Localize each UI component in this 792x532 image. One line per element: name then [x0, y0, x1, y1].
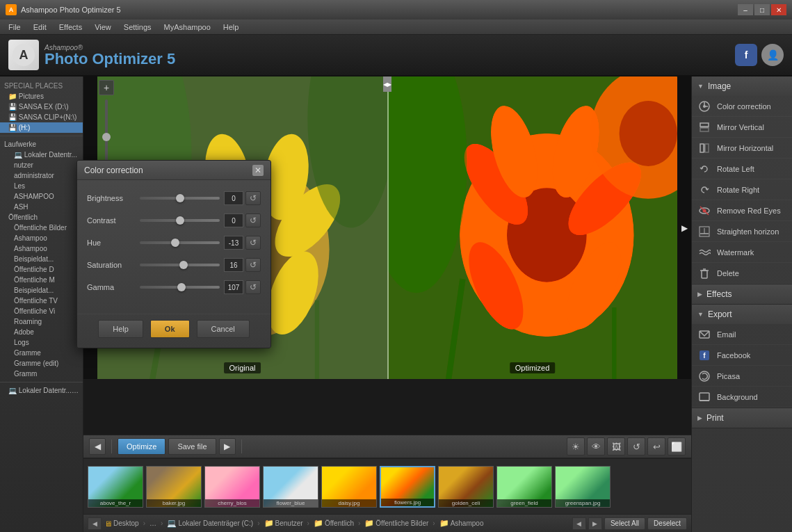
save-file-button[interactable]: Save file: [168, 438, 216, 455]
sidebar-item-adobe[interactable]: Adobe: [0, 327, 83, 337]
zoom-thumb[interactable]: [102, 133, 111, 141]
sidebar-item-offentlich[interactable]: Öffentlich: [0, 212, 83, 223]
sidebar-item-gramme-edit[interactable]: Gramme (edit): [0, 358, 83, 369]
panel-image-header[interactable]: ▼ Image: [692, 76, 792, 96]
thumb-8[interactable]: green_field: [496, 466, 552, 508]
panel-effects-header[interactable]: ▶ Effects: [692, 284, 792, 304]
contrast-thumb[interactable]: [176, 216, 184, 225]
redo-icon-btn[interactable]: ↩: [647, 437, 665, 456]
sidebar-item-d[interactable]: 💻 Lokaler Datentr...(D:): [0, 385, 83, 396]
sidebar-item-beispiel1[interactable]: Beispieldat...: [0, 254, 83, 264]
sidebar-item-sansa-clip[interactable]: 💾 SANSA CLIP+(N:\): [0, 112, 83, 122]
thumb-scroll-right[interactable]: ▶: [588, 517, 602, 530]
undo-icon-btn[interactable]: ↺: [627, 437, 645, 456]
thumb-1[interactable]: above_the_r: [88, 466, 143, 508]
close-button[interactable]: ✕: [771, 4, 786, 15]
menu-myashampoo[interactable]: MyAshampoo: [159, 22, 216, 33]
menu-edit[interactable]: Edit: [28, 22, 52, 33]
sidebar-item-nutzer[interactable]: nutzer: [0, 160, 83, 170]
sidebar-item-offentliche-bilder[interactable]: Öffentliche Bilder: [0, 223, 83, 233]
gamma-thumb[interactable]: [177, 283, 186, 291]
sidebar-item-les[interactable]: Les: [0, 181, 83, 191]
dialog-close-button[interactable]: ✕: [252, 165, 264, 176]
saturation-thumb[interactable]: [179, 261, 188, 269]
hue-reset[interactable]: ↺: [245, 236, 261, 250]
sidebar-item-laufwerke[interactable]: Laufwerke: [0, 139, 83, 150]
sidebar-item-sansa-ex[interactable]: 💾 SANSA EX (D:\): [0, 102, 83, 112]
hue-thumb[interactable]: [171, 239, 179, 247]
optimize-button[interactable]: Optimize: [118, 438, 165, 455]
split-handle[interactable]: [383, 76, 391, 92]
sidebar-item-offentliche-tv[interactable]: Öffentliche TV: [0, 296, 83, 306]
sidebar-item-ashampoo3[interactable]: Ashampoo: [0, 243, 83, 254]
breadcrumb-benutzer-label[interactable]: Benutzer: [275, 519, 303, 527]
thumb-9[interactable]: greenspan.jpg: [555, 466, 611, 508]
dialog-help-button[interactable]: Help: [98, 320, 143, 338]
menu-help[interactable]: Help: [218, 22, 245, 33]
thumb-scroll-left[interactable]: ◀: [572, 517, 586, 530]
breadcrumb-desktop-label[interactable]: Desktop: [113, 519, 139, 527]
panel-export-header[interactable]: ▼ Export: [692, 305, 792, 324]
toolbar-prev-button[interactable]: ◀: [89, 438, 106, 455]
sidebar-item-ash[interactable]: ASH: [0, 202, 83, 212]
view-icon-btn[interactable]: 👁: [587, 437, 605, 456]
sidebar-item-gramm[interactable]: Gramm: [0, 369, 83, 379]
sidebar-item-offentliche-d[interactable]: Öffentliche D: [0, 264, 83, 275]
gamma-reset[interactable]: ↺: [245, 280, 261, 294]
sidebar-item-ashampoo2[interactable]: Ashampoo: [0, 233, 83, 243]
facebook-button[interactable]: f: [735, 44, 757, 66]
saturation-reset[interactable]: ↺: [245, 258, 261, 272]
brightness-thumb[interactable]: [176, 194, 184, 202]
brightness-icon-btn[interactable]: ☀: [567, 437, 585, 456]
dialog-ok-button[interactable]: Ok: [150, 320, 190, 338]
panel-mirror-vertical[interactable]: Mirror Vertical: [692, 117, 792, 138]
sidebar-item-c[interactable]: 💻 Lokaler Datentr...: [0, 150, 83, 160]
maximize-button[interactable]: □: [754, 4, 770, 15]
thumb-2[interactable]: baker.jpg: [146, 466, 202, 508]
breadcrumb-offentliche-bilder-label[interactable]: Öffentliche Bilder: [375, 519, 428, 527]
sidebar-item-logs[interactable]: Logs: [0, 337, 83, 348]
contrast-reset[interactable]: ↺: [245, 213, 261, 227]
menu-file[interactable]: File: [3, 22, 26, 33]
nav-desktop-back[interactable]: ◀: [88, 517, 102, 530]
menu-settings[interactable]: Settings: [118, 22, 157, 33]
thumb-3[interactable]: cherry_blos: [204, 466, 260, 508]
contrast-track[interactable]: [140, 219, 220, 222]
sidebar-item-beispiel2[interactable]: Beispieldat...: [0, 285, 83, 296]
panel-facebook[interactable]: f Facebook: [692, 345, 792, 366]
thumb-6[interactable]: flowers.jpg: [380, 466, 435, 508]
sidebar-item-roaming[interactable]: Roaming: [0, 316, 83, 327]
sidebar-item-admin[interactable]: administrator: [0, 170, 83, 181]
sidebar-item-h[interactable]: 💾 (H:): [0, 122, 83, 133]
breadcrumb-desktop[interactable]: 🖥 Desktop: [104, 519, 139, 528]
user-button[interactable]: 👤: [761, 44, 784, 66]
panel-background[interactable]: Background: [692, 387, 792, 408]
minimize-button[interactable]: –: [738, 4, 753, 15]
panel-rotate-right[interactable]: Rotate Right: [692, 179, 792, 200]
breadcrumb-offentlich-label[interactable]: Öffentlich: [325, 519, 354, 527]
gamma-track[interactable]: [140, 286, 220, 289]
breadcrumb-benutzer[interactable]: 📁 Benutzer: [264, 519, 303, 528]
panel-mirror-horizontal[interactable]: Mirror Horizontal: [692, 138, 792, 159]
breadcrumb-offentliche-bilder[interactable]: 📁 Öffentliche Bilder: [364, 519, 428, 528]
panel-email[interactable]: Email: [692, 324, 792, 345]
menu-view[interactable]: View: [89, 22, 117, 33]
hue-track[interactable]: [140, 241, 220, 244]
sidebar-item-gramme[interactable]: Gramme: [0, 348, 83, 358]
sidebar-item-offentliche-vi[interactable]: Öffentliche Vi: [0, 306, 83, 316]
breadcrumb-ashampoo[interactable]: 📁 Ashampoo: [439, 519, 484, 528]
brightness-track[interactable]: [140, 197, 220, 200]
toolbar-next-button[interactable]: ▶: [219, 438, 236, 455]
menu-effects[interactable]: Effects: [54, 22, 88, 33]
frame-icon-btn[interactable]: 🖼: [607, 437, 625, 456]
thumb-5[interactable]: daisy.jpg: [321, 466, 377, 508]
panel-rotate-left[interactable]: Rotate Left: [692, 159, 792, 179]
breadcrumb-item-c[interactable]: …: [149, 519, 156, 527]
thumb-7[interactable]: golden_celi: [438, 466, 494, 508]
sidebar-item-offentliche-m[interactable]: Öffentliche M: [0, 275, 83, 285]
thumb-4[interactable]: flower_blue: [263, 466, 318, 508]
sidebar-item-pictures[interactable]: 📁 Pictures: [0, 91, 83, 102]
zoom-in-button[interactable]: +: [99, 80, 114, 95]
panel-remove-red-eyes[interactable]: Remove Red Eyes: [692, 200, 792, 221]
saturation-track[interactable]: [140, 264, 220, 266]
